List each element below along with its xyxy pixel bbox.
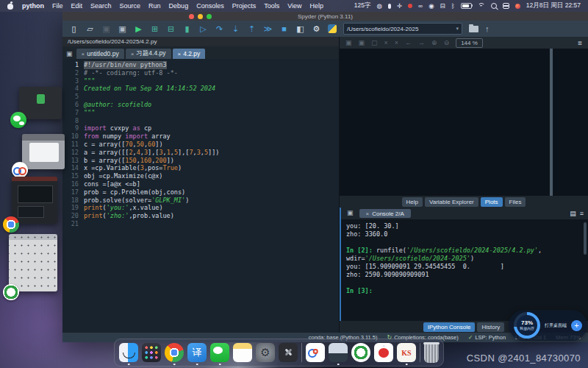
editor-tab-4.2.py[interactable]: ×4.2.py bbox=[173, 49, 206, 59]
parent-directory-icon[interactable]: ↑ bbox=[485, 24, 490, 33]
zoom-out-icon[interactable]: ⊖ bbox=[444, 39, 450, 46]
memory-cleaner-widget[interactable]: 73% 释放内存 打开桌面端 + bbox=[509, 310, 587, 341]
plot-zoom-level[interactable]: 144 % bbox=[456, 38, 483, 48]
browse-tabs-icon[interactable]: ▣ bbox=[66, 50, 73, 57]
title-bar[interactable]: Spyder (Python 3.11) bbox=[62, 12, 588, 21]
mic-icon[interactable] bbox=[388, 4, 391, 9]
control-center-icon[interactable] bbox=[503, 3, 509, 9]
run-cell-advance-icon[interactable]: ⊟ bbox=[166, 21, 176, 36]
run-icon[interactable]: ▶ bbox=[134, 21, 143, 36]
new-console-icon[interactable]: ▤ bbox=[570, 210, 576, 217]
dock-settings[interactable]: ⚙ bbox=[256, 343, 275, 362]
dock-chrome[interactable] bbox=[165, 343, 184, 362]
console-options-icon[interactable]: ≡ bbox=[580, 210, 584, 217]
dock-keychain[interactable] bbox=[279, 343, 298, 362]
window-thumbnail-ide[interactable] bbox=[12, 177, 57, 224]
dock-sunlogin[interactable] bbox=[306, 343, 325, 362]
run-selection-icon[interactable]: ▮ bbox=[182, 21, 192, 36]
app-menu-python[interactable]: python bbox=[22, 2, 44, 10]
editor-tab-习题4.4.py[interactable]: ×习题4.4.py bbox=[126, 49, 171, 59]
menu-view[interactable]: View bbox=[287, 2, 301, 10]
plus-icon[interactable]: ✛ bbox=[397, 2, 402, 10]
plots-canvas[interactable] bbox=[340, 49, 588, 196]
menu-tools[interactable]: Tools bbox=[264, 2, 279, 10]
window-thumbnail-grid[interactable] bbox=[9, 234, 57, 291]
tab-plots[interactable]: Plots bbox=[481, 197, 503, 207]
dock-preview-app[interactable] bbox=[329, 343, 348, 362]
wifi-icon[interactable] bbox=[478, 3, 485, 9]
step-over-icon[interactable]: ↷ bbox=[215, 21, 224, 36]
remove-plot-icon[interactable]: × bbox=[384, 39, 388, 46]
zoom-button[interactable] bbox=[207, 14, 212, 19]
menu-edit[interactable]: Edit bbox=[71, 2, 83, 10]
open-file-icon[interactable]: ▱ bbox=[85, 21, 95, 36]
save-icon[interactable]: ▣ bbox=[101, 21, 111, 36]
menu-consoles[interactable]: Consoles bbox=[196, 2, 224, 10]
menu-search[interactable]: Search bbox=[90, 2, 112, 10]
console-scrollbar[interactable] bbox=[584, 222, 587, 255]
console-tab[interactable]: × Console 2/A bbox=[359, 209, 411, 218]
dock-apple-app[interactable] bbox=[374, 343, 393, 362]
memory-gauge[interactable]: 73% 释放内存 bbox=[514, 312, 540, 339]
dock-green-ring-app[interactable] bbox=[351, 343, 370, 362]
tab-help[interactable]: Help bbox=[402, 197, 423, 207]
dock-notes[interactable] bbox=[233, 343, 252, 362]
sidecar-icon[interactable]: ⊟ bbox=[440, 2, 445, 10]
dock-trash[interactable] bbox=[424, 342, 439, 363]
copy-plot-icon[interactable]: ▢ bbox=[371, 39, 378, 46]
dock-wechat[interactable] bbox=[210, 343, 229, 362]
record-icon[interactable] bbox=[408, 4, 412, 8]
run-cell-icon[interactable]: ⊞ bbox=[150, 21, 159, 36]
apple-menu-icon[interactable] bbox=[7, 2, 14, 10]
recording-indicator-icon[interactable] bbox=[515, 4, 520, 9]
dock-translate[interactable]: 译 bbox=[187, 343, 207, 362]
menu-debug[interactable]: Debug bbox=[169, 2, 189, 10]
editor-tab-untitled0.py[interactable]: ×untitled0.py bbox=[76, 49, 124, 59]
plots-thumbnail-divider[interactable] bbox=[550, 49, 553, 196]
dock-finder[interactable] bbox=[119, 343, 138, 362]
link-icon[interactable]: ∞ bbox=[418, 2, 423, 10]
plots-options-icon[interactable]: ≡ bbox=[578, 39, 582, 47]
menu-run[interactable]: Run bbox=[148, 2, 161, 10]
new-file-icon[interactable]: ▯ bbox=[69, 21, 79, 36]
working-directory-select[interactable]: /Users/scofieldo/2024-2025 ▾ bbox=[343, 23, 462, 35]
close-button[interactable] bbox=[189, 14, 194, 19]
menu-projects[interactable]: Projects bbox=[232, 2, 257, 10]
stop-icon[interactable]: ■ bbox=[279, 21, 289, 36]
screen-mirror-icon[interactable]: ◍ bbox=[377, 2, 382, 10]
remove-all-plots-icon[interactable]: × bbox=[395, 39, 398, 46]
window-thumbnail-wechat[interactable] bbox=[19, 87, 62, 119]
battery-icon[interactable] bbox=[461, 3, 472, 10]
search-icon[interactable] bbox=[491, 3, 497, 9]
widget-plus-button[interactable]: + bbox=[571, 320, 582, 331]
preferences-icon[interactable]: ⚙ bbox=[312, 21, 321, 36]
console-browse-tabs-icon[interactable]: ▣ bbox=[347, 209, 354, 216]
previous-plot-icon[interactable]: ← bbox=[405, 39, 412, 46]
save-plot-icon[interactable]: ▣ bbox=[345, 39, 352, 46]
dock-kuaishou[interactable]: KS bbox=[397, 343, 416, 362]
console-output[interactable]: you: [20. 30.]zho: 3360.0 In [2]: runfil… bbox=[341, 219, 588, 321]
continue-icon[interactable]: ≫ bbox=[263, 21, 273, 36]
tab-variable-explorer[interactable]: Variable Explorer bbox=[425, 197, 478, 207]
save-all-icon[interactable]: ▣ bbox=[118, 21, 127, 36]
minimize-button[interactable] bbox=[198, 14, 203, 19]
tab-history[interactable]: History bbox=[477, 322, 504, 332]
next-plot-icon[interactable]: → bbox=[418, 39, 425, 46]
zoom-in-icon[interactable]: ⊕ bbox=[431, 39, 437, 46]
tab-files[interactable]: Files bbox=[505, 197, 526, 207]
menu-source[interactable]: Source bbox=[120, 2, 141, 10]
maximize-pane-icon[interactable]: ◧ bbox=[295, 21, 305, 36]
menu-clock[interactable]: 12月8日 周日 22:57 bbox=[526, 1, 581, 10]
step-out-icon[interactable]: ⇡ bbox=[247, 21, 257, 36]
dock-launchpad[interactable] bbox=[142, 343, 161, 362]
save-all-plots-icon[interactable]: ▣ bbox=[359, 39, 365, 46]
menu-help[interactable]: Help bbox=[310, 2, 324, 10]
code-editor[interactable]: 1#!/usr/bin/env python32# -*- codiarng: … bbox=[62, 59, 339, 333]
tab-ipython-console[interactable]: IPython Console bbox=[423, 322, 476, 332]
browse-directory-icon[interactable] bbox=[469, 26, 478, 32]
window-thumbnail-dialog[interactable] bbox=[22, 134, 65, 169]
bluetooth-icon[interactable]: ᛒ bbox=[451, 2, 455, 10]
menu-file[interactable]: File bbox=[52, 2, 63, 10]
step-into-icon[interactable]: ⇣ bbox=[231, 21, 240, 36]
camera-icon[interactable]: ◉ bbox=[429, 2, 434, 10]
